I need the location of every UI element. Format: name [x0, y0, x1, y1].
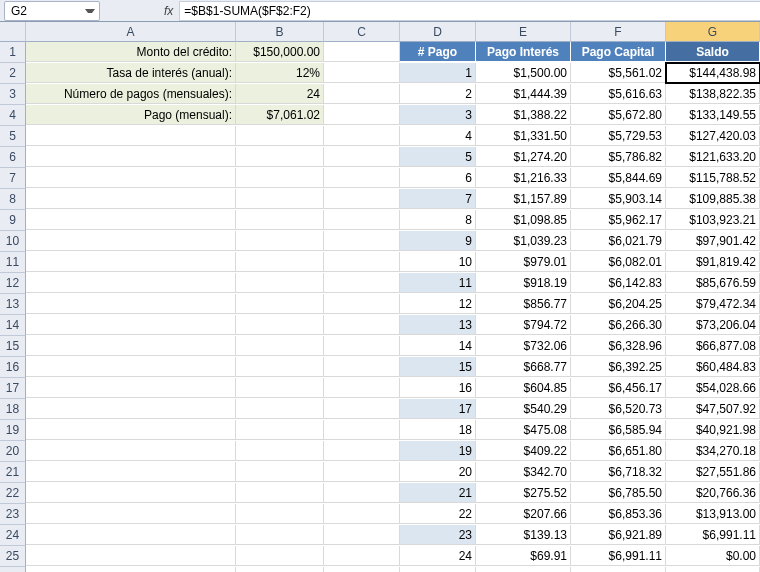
cell-C18[interactable]: [324, 399, 400, 419]
cell-E21[interactable]: $342.70: [476, 462, 571, 482]
cell-C14[interactable]: [324, 315, 400, 335]
cell-B5[interactable]: [236, 126, 324, 146]
cell-B20[interactable]: [236, 441, 324, 461]
cell-D7[interactable]: 6: [400, 168, 476, 188]
cell-G18[interactable]: $47,507.92: [666, 399, 760, 419]
cell-F20[interactable]: $6,651.80: [571, 441, 666, 461]
name-box[interactable]: G2: [4, 1, 100, 21]
cell-G7[interactable]: $115,788.52: [666, 168, 760, 188]
cell-C15[interactable]: [324, 336, 400, 356]
row-header-21[interactable]: 21: [0, 462, 26, 483]
cell-G17[interactable]: $54,028.66: [666, 378, 760, 398]
row-header-11[interactable]: 11: [0, 252, 26, 273]
cell-A15[interactable]: [26, 336, 236, 356]
cell-E26[interactable]: [476, 567, 571, 572]
cell-B10[interactable]: [236, 231, 324, 251]
cell-E10[interactable]: $1,039.23: [476, 231, 571, 251]
cell-C4[interactable]: [324, 105, 400, 125]
cell-B23[interactable]: [236, 504, 324, 524]
cell-G19[interactable]: $40,921.98: [666, 420, 760, 440]
cell-F2[interactable]: $5,561.02: [571, 63, 666, 83]
cell-E17[interactable]: $604.85: [476, 378, 571, 398]
row-header-5[interactable]: 5: [0, 126, 26, 147]
cell-G26[interactable]: [666, 567, 760, 572]
cell-D13[interactable]: 12: [400, 294, 476, 314]
cell-C2[interactable]: [324, 63, 400, 83]
cell-D12[interactable]: 11: [400, 273, 476, 293]
cell-F5[interactable]: $5,729.53: [571, 126, 666, 146]
cell-B11[interactable]: [236, 252, 324, 272]
cell-F4[interactable]: $5,672.80: [571, 105, 666, 125]
row-header-12[interactable]: 12: [0, 273, 26, 294]
row-header-20[interactable]: 20: [0, 441, 26, 462]
cell-D11[interactable]: 10: [400, 252, 476, 272]
cell-F25[interactable]: $6,991.11: [571, 546, 666, 566]
param-value-2[interactable]: 12%: [236, 63, 324, 83]
cell-A24[interactable]: [26, 525, 236, 545]
cell-D3[interactable]: 2: [400, 84, 476, 104]
row-header-8[interactable]: 8: [0, 189, 26, 210]
cell-D17[interactable]: 16: [400, 378, 476, 398]
cell-A23[interactable]: [26, 504, 236, 524]
col-header-D[interactable]: D: [400, 22, 476, 42]
select-all-corner[interactable]: [0, 22, 26, 42]
cell-E5[interactable]: $1,331.50: [476, 126, 571, 146]
cell-A13[interactable]: [26, 294, 236, 314]
cell-G20[interactable]: $34,270.18: [666, 441, 760, 461]
cell-A10[interactable]: [26, 231, 236, 251]
cell-A16[interactable]: [26, 357, 236, 377]
row-header-17[interactable]: 17: [0, 378, 26, 399]
row-header-6[interactable]: 6: [0, 147, 26, 168]
cell-D8[interactable]: 7: [400, 189, 476, 209]
row-header-24[interactable]: 24: [0, 525, 26, 546]
cell-D26[interactable]: [400, 567, 476, 572]
cell-G9[interactable]: $103,923.21: [666, 210, 760, 230]
col-header-E[interactable]: E: [476, 22, 571, 42]
cell-C24[interactable]: [324, 525, 400, 545]
cell-A18[interactable]: [26, 399, 236, 419]
cell-G5[interactable]: $127,420.03: [666, 126, 760, 146]
cell-A21[interactable]: [26, 462, 236, 482]
row-header-19[interactable]: 19: [0, 420, 26, 441]
cell-A17[interactable]: [26, 378, 236, 398]
param-label-1[interactable]: Monto del crédito:: [26, 42, 236, 62]
cell-D15[interactable]: 14: [400, 336, 476, 356]
cell-A6[interactable]: [26, 147, 236, 167]
cell-C12[interactable]: [324, 273, 400, 293]
cell-F23[interactable]: $6,853.36: [571, 504, 666, 524]
param-value-4[interactable]: $7,061.02: [236, 105, 324, 125]
cell-E12[interactable]: $918.19: [476, 273, 571, 293]
cell-C10[interactable]: [324, 231, 400, 251]
cell-B24[interactable]: [236, 525, 324, 545]
param-value-1[interactable]: $150,000.00: [236, 42, 324, 62]
cell-G3[interactable]: $138,822.35: [666, 84, 760, 104]
cell-E4[interactable]: $1,388.22: [476, 105, 571, 125]
cell-E25[interactable]: $69.91: [476, 546, 571, 566]
col-header-G[interactable]: G: [666, 22, 760, 42]
cell-F16[interactable]: $6,392.25: [571, 357, 666, 377]
cell-C25[interactable]: [324, 546, 400, 566]
formula-input[interactable]: =$B$1-SUMA($F$2:F2): [179, 1, 760, 21]
cell-G11[interactable]: $91,819.42: [666, 252, 760, 272]
cell-E6[interactable]: $1,274.20: [476, 147, 571, 167]
cell-B13[interactable]: [236, 294, 324, 314]
cell-B9[interactable]: [236, 210, 324, 230]
cell-C19[interactable]: [324, 420, 400, 440]
cell-E19[interactable]: $475.08: [476, 420, 571, 440]
cell-C7[interactable]: [324, 168, 400, 188]
row-header-10[interactable]: 10: [0, 231, 26, 252]
cell-G23[interactable]: $13,913.00: [666, 504, 760, 524]
cell-E2[interactable]: $1,500.00: [476, 63, 571, 83]
cell-F10[interactable]: $6,021.79: [571, 231, 666, 251]
row-header-14[interactable]: 14: [0, 315, 26, 336]
cell-B15[interactable]: [236, 336, 324, 356]
cell-C8[interactable]: [324, 189, 400, 209]
table-header-g[interactable]: Saldo: [666, 42, 760, 62]
cell-G8[interactable]: $109,885.38: [666, 189, 760, 209]
chevron-down-icon[interactable]: [85, 9, 95, 13]
col-header-F[interactable]: F: [571, 22, 666, 42]
cell-A12[interactable]: [26, 273, 236, 293]
cell-C5[interactable]: [324, 126, 400, 146]
cell-E23[interactable]: $207.66: [476, 504, 571, 524]
table-header-d[interactable]: # Pago: [400, 42, 476, 62]
